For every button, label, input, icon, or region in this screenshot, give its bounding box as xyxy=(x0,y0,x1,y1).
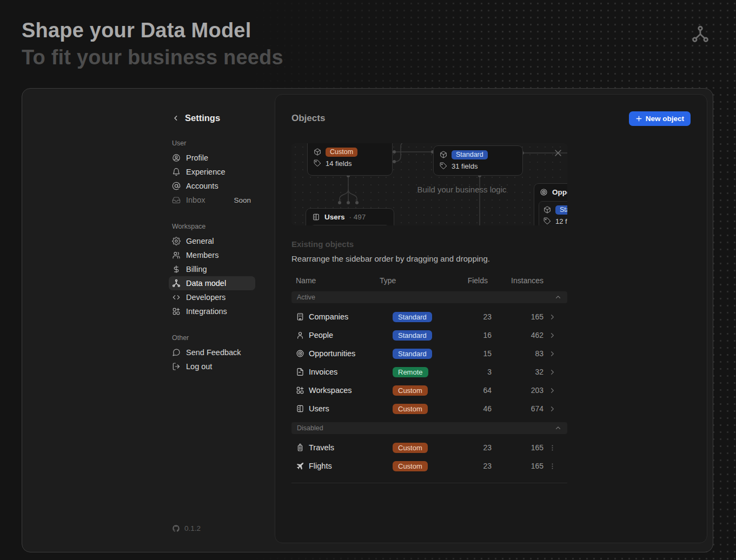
instances-count: 32 xyxy=(535,368,543,376)
sidebar-item-label: Experience xyxy=(186,168,226,176)
table-row-workspaces[interactable]: Workspaces Custom 64 203 xyxy=(291,381,567,399)
table-row-users[interactable]: Users Custom 46 674 xyxy=(291,399,567,418)
sidebar-item-label: Data model xyxy=(186,279,226,288)
sidebar-item-accounts[interactable]: Accounts xyxy=(169,179,255,193)
canvas-node-opportunities[interactable]: Opportunities Standard 12 fields xyxy=(534,183,567,225)
table-row-companies[interactable]: Companies Standard 23 165 xyxy=(291,308,567,326)
suitcase-icon xyxy=(296,443,304,452)
sidebar-item-general[interactable]: General xyxy=(169,234,255,248)
page-subtitle: To fit your business needs xyxy=(22,45,283,70)
column-instances: Instances xyxy=(511,276,543,285)
tag-icon xyxy=(543,217,551,225)
chevron-right-icon[interactable] xyxy=(548,313,556,321)
dots-vertical-icon[interactable] xyxy=(548,462,556,470)
canvas-hint-text: Build your business logic xyxy=(417,185,506,194)
column-type: Type xyxy=(380,276,455,285)
soon-badge: Soon xyxy=(234,196,251,204)
dollar-icon xyxy=(172,265,181,274)
existing-objects-description: Rearrange the sidebar order by dragging … xyxy=(291,254,691,263)
type-badge: Standard xyxy=(393,330,432,341)
chevron-left-icon xyxy=(172,114,180,122)
canvas-node-custom[interactable]: Custom 14 fields xyxy=(307,143,393,176)
network-logo-icon xyxy=(691,25,710,43)
dots-vertical-icon[interactable] xyxy=(548,444,556,452)
sidebar-item-billing[interactable]: Billing xyxy=(169,262,255,276)
sidebar-item-log-out[interactable]: Log out xyxy=(169,359,255,374)
new-object-label: New object xyxy=(646,115,684,123)
fields-count: 23 xyxy=(483,462,492,470)
type-badge: Custom xyxy=(393,385,428,396)
group-label: Disabled xyxy=(297,424,323,432)
chevron-up-icon[interactable] xyxy=(554,294,562,301)
group-label: Active xyxy=(297,294,315,301)
table-row-flights[interactable]: Flights Custom 23 165 xyxy=(291,457,567,475)
logout-icon xyxy=(172,362,181,371)
table-row-opportunities[interactable]: Opportunities Standard 15 83 xyxy=(291,344,567,363)
chevron-up-icon[interactable] xyxy=(554,424,562,432)
sidebar-item-label: Members xyxy=(186,251,218,259)
sidebar-item-label: Integrations xyxy=(186,307,227,316)
type-badge: Standard xyxy=(393,349,432,359)
settings-back-header[interactable]: Settings xyxy=(172,111,255,124)
sidebar-item-members[interactable]: Members xyxy=(169,248,255,262)
chevron-right-icon[interactable] xyxy=(548,368,556,376)
app-version[interactable]: 0.1.2 xyxy=(172,524,201,532)
building-icon xyxy=(296,312,304,321)
chevron-right-icon[interactable] xyxy=(548,386,556,395)
canvas-node-standard[interactable]: Standard 31 fields xyxy=(433,145,523,176)
fields-count: 15 xyxy=(483,349,492,358)
object-name: Opportunities xyxy=(309,349,393,358)
sidebar-item-label: General xyxy=(186,237,214,245)
type-badge: Remote xyxy=(393,367,428,377)
app-window: Settings User Profile Experience Account… xyxy=(22,88,713,552)
code-icon xyxy=(172,293,181,302)
objects-panel: Objects New object xyxy=(275,94,707,543)
fields-count: 12 fields xyxy=(555,217,567,225)
chevron-right-icon[interactable] xyxy=(548,405,556,413)
disconnect-x-icon xyxy=(555,150,561,156)
node-name: Users xyxy=(324,213,345,221)
tag-icon xyxy=(314,159,321,167)
chevron-right-icon[interactable] xyxy=(548,350,556,358)
group-header-disabled[interactable]: Disabled xyxy=(291,422,567,434)
node-subcard: Standard 12 fields xyxy=(539,201,567,225)
type-badge: Standard xyxy=(452,150,488,159)
instances-count: 165 xyxy=(531,312,543,321)
instances-count: 203 xyxy=(531,386,543,395)
sidebar-item-send-feedback[interactable]: Send Feedback xyxy=(169,345,255,359)
node-subcard xyxy=(310,225,389,225)
vault-icon xyxy=(296,404,304,413)
new-object-button[interactable]: New object xyxy=(629,111,691,126)
file-icon xyxy=(296,368,304,376)
sidebar-item-data-model[interactable]: Data model xyxy=(169,276,255,290)
instances-count: 674 xyxy=(531,404,543,413)
network-icon xyxy=(172,279,181,288)
sidebar-item-developers[interactable]: Developers xyxy=(169,290,255,304)
cube-icon xyxy=(440,151,447,158)
sidebar-item-profile[interactable]: Profile xyxy=(169,151,255,165)
sidebar-item-integrations[interactable]: Integrations xyxy=(169,304,255,318)
canvas-node-users[interactable]: Users · 497 xyxy=(306,208,394,225)
users-icon xyxy=(172,251,181,259)
sidebar-item-label: Log out xyxy=(186,362,212,371)
column-fields: Fields xyxy=(468,276,488,285)
fields-count: 64 xyxy=(483,386,492,395)
table-row-travels[interactable]: Travels Custom 23 165 xyxy=(291,438,567,457)
type-badge: Standard xyxy=(555,205,567,215)
instances-count: 165 xyxy=(531,443,543,452)
fields-count: 16 xyxy=(483,331,492,339)
group-header-active[interactable]: Active xyxy=(291,291,567,303)
objects-table: Name Type Fields Instances Active Compan… xyxy=(291,274,567,483)
object-name: Companies xyxy=(309,312,393,321)
chevron-right-icon[interactable] xyxy=(548,331,556,339)
section-label-user: User xyxy=(172,139,255,147)
sidebar-item-experience[interactable]: Experience xyxy=(169,165,255,179)
fields-count: 23 xyxy=(483,443,492,452)
github-icon xyxy=(172,524,180,532)
fields-count: 46 xyxy=(483,404,492,413)
section-label-workspace: Workspace xyxy=(172,223,255,230)
sidebar-item-label: Developers xyxy=(186,293,226,302)
data-model-canvas[interactable]: Custom 14 fields Standard 31 fields xyxy=(291,143,567,225)
table-row-people[interactable]: People Standard 16 462 xyxy=(291,326,567,344)
table-row-invoices[interactable]: Invoices Remote 3 32 xyxy=(291,363,567,381)
